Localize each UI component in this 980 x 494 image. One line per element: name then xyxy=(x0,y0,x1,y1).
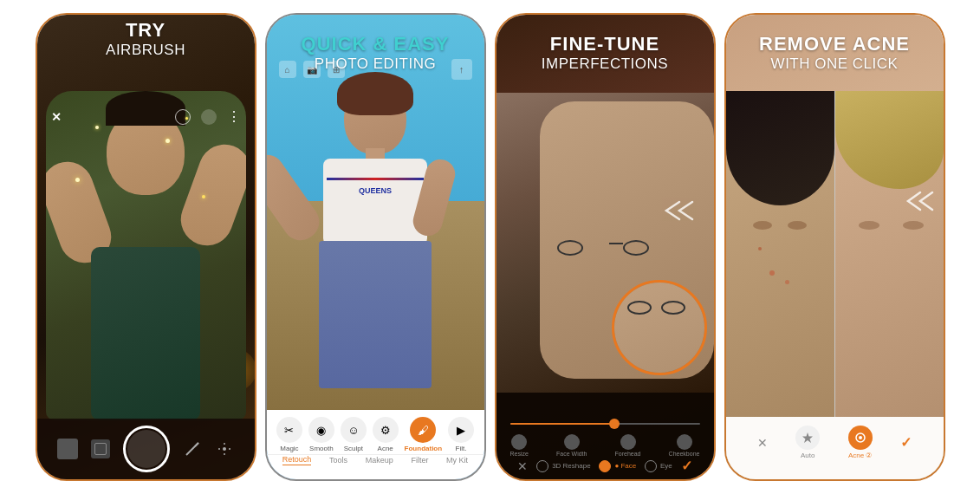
top-icons-right: ⋮ xyxy=(175,108,241,125)
cheekbone-label: Cheekbone xyxy=(669,451,700,457)
magic-icon: ✂ xyxy=(276,417,302,443)
forehead-label: Forehead xyxy=(615,451,641,457)
wand-icon[interactable] xyxy=(183,439,202,458)
foundation-icon: 🖌 xyxy=(410,417,436,443)
resize-label: Resize xyxy=(510,451,529,457)
toolbar-sculpt[interactable]: ☺ Sculpt xyxy=(341,417,367,452)
card2-headline1: QUICK & EASY xyxy=(267,34,484,55)
tab-retouch[interactable]: Retouch xyxy=(282,455,312,465)
auto-icon xyxy=(795,426,820,450)
filter-label: Filt. xyxy=(456,445,467,452)
close-icon-4[interactable]: ✕ xyxy=(757,436,768,450)
toolbar-smooth[interactable]: ◉ Smooth xyxy=(308,417,334,452)
circle-glasses-left xyxy=(627,301,652,315)
face-opt-forehead[interactable]: Forehead xyxy=(615,434,641,457)
acne-tool[interactable]: Acne ② xyxy=(848,426,873,459)
person-2: QUEENS xyxy=(306,81,445,410)
sparkle-1 xyxy=(95,126,99,129)
card1-header-text: TRY AIRBRUSH xyxy=(37,15,255,46)
filter-icon: ▶ xyxy=(448,417,474,443)
card4-background xyxy=(726,15,944,479)
resize-dot xyxy=(511,434,527,450)
sparkle-icon[interactable] xyxy=(215,439,234,458)
svg-point-5 xyxy=(218,448,220,450)
card4-icons-row: ✕ Auto Acne ② ✓ xyxy=(726,426,944,459)
eye-right-4b xyxy=(903,221,924,230)
card4-headline: REMOVE ACNE WITH ONE CLICK xyxy=(726,15,944,74)
card4-bottom-bar: ✕ Auto Acne ② ✓ xyxy=(726,417,944,479)
check-icon-3[interactable]: ✓ xyxy=(681,458,692,474)
close-icon-3[interactable]: ✕ xyxy=(517,459,528,473)
slider-thumb xyxy=(609,419,620,429)
acne-dot-1 xyxy=(769,270,775,276)
eye-left-4 xyxy=(753,221,772,230)
face-opt-cheekbone[interactable]: Cheekbone xyxy=(669,434,700,457)
svg-point-4 xyxy=(224,453,225,455)
slider-track xyxy=(510,423,700,425)
before-after-area xyxy=(726,91,944,417)
reshape-icon xyxy=(536,460,548,472)
arrow-decoration-4 xyxy=(898,189,937,217)
card1-background xyxy=(37,15,255,479)
card1-topbar: ✕ ⋮ xyxy=(37,108,255,125)
slider-fill xyxy=(510,423,614,425)
sculpt-label: Sculpt xyxy=(344,445,363,452)
svg-point-6 xyxy=(229,448,230,450)
auto-tool[interactable]: Auto xyxy=(795,426,820,459)
tab-tools[interactable]: Tools xyxy=(329,456,347,465)
jeans-2 xyxy=(319,241,432,388)
arrow-decoration xyxy=(653,198,697,227)
app-gallery: TRY AIRBRUSH ✕ ⋮ xyxy=(0,0,980,494)
svg-point-3 xyxy=(224,443,225,445)
thumbnail-icon[interactable] xyxy=(57,439,78,459)
acne-tool-icon xyxy=(848,426,873,450)
card4-headline2: WITH ONE CLICK xyxy=(726,55,944,74)
toolbar-foundation[interactable]: 🖌 Foundation xyxy=(405,417,443,452)
card1-headline1: TRY xyxy=(51,20,241,41)
face-nav-icon xyxy=(599,460,611,472)
phone-card-2: QUEENS ⌂ 📷 ⊞ ↑ QUICK & EASY PHOTO EDITIN… xyxy=(265,13,486,481)
capture-button[interactable] xyxy=(123,426,170,472)
acne-dot-2 xyxy=(785,280,789,284)
acne-dot-3 xyxy=(758,247,762,250)
card2-headline2: PHOTO EDITING xyxy=(267,55,484,74)
width-label: Face Width xyxy=(556,451,587,457)
toolbar-acne[interactable]: ⚙ Acne xyxy=(373,417,399,452)
shirt-2: QUEENS xyxy=(323,159,427,245)
width-dot xyxy=(564,434,580,450)
card2-toolbar-tabs: Retouch Tools Makeup Filter My Kit xyxy=(267,454,484,471)
card3-bottom-bar: Resize Face Width Forehead Cheekbone ✕ xyxy=(496,393,714,479)
tab-mykit[interactable]: My Kit xyxy=(446,456,468,465)
shirt-stripe xyxy=(327,178,424,180)
grid-icon[interactable] xyxy=(91,439,110,458)
face-opt-resize[interactable]: Resize xyxy=(510,434,529,457)
nav-reshape[interactable]: 3D Reshape xyxy=(536,460,590,472)
magic-label: Magic xyxy=(280,445,298,452)
timer-icon[interactable] xyxy=(175,109,191,125)
face-opt-width[interactable]: Face Width xyxy=(556,434,587,457)
card3-slider[interactable] xyxy=(510,417,700,431)
face-icon[interactable] xyxy=(201,109,217,125)
nav-eye[interactable]: Eye xyxy=(645,460,672,472)
toolbar-filter[interactable]: ▶ Filt. xyxy=(448,417,474,452)
face-options: Resize Face Width Forehead Cheekbone xyxy=(496,434,714,457)
glasses-bridge xyxy=(609,243,623,244)
toolbar-magic[interactable]: ✂ Magic xyxy=(276,417,302,452)
face-after xyxy=(835,91,944,417)
eye-nav-label: Eye xyxy=(660,462,672,470)
face-before xyxy=(726,91,834,417)
acne-label: Acne xyxy=(378,445,393,452)
face-nav-label: ● Face xyxy=(614,462,636,470)
hat-4 xyxy=(726,91,834,205)
comparison-circle xyxy=(612,280,707,375)
tab-filter[interactable]: Filter xyxy=(411,456,428,465)
forehead-dot xyxy=(620,434,636,450)
more-icon[interactable]: ⋮ xyxy=(227,108,241,125)
card2-bottom-toolbar: ✂ Magic ◉ Smooth ☺ Sculpt ⚙ Acne 🖌 Fo xyxy=(267,410,484,479)
card1-headline2: AIRBRUSH xyxy=(51,41,241,60)
tab-makeup[interactable]: Makeup xyxy=(366,456,393,465)
check-icon-4[interactable]: ✓ xyxy=(900,434,912,451)
close-icon[interactable]: ✕ xyxy=(51,110,62,124)
card3-headline: FINE-TUNE IMPERFECTIONS xyxy=(496,15,714,74)
nav-face[interactable]: ● Face xyxy=(599,460,636,472)
